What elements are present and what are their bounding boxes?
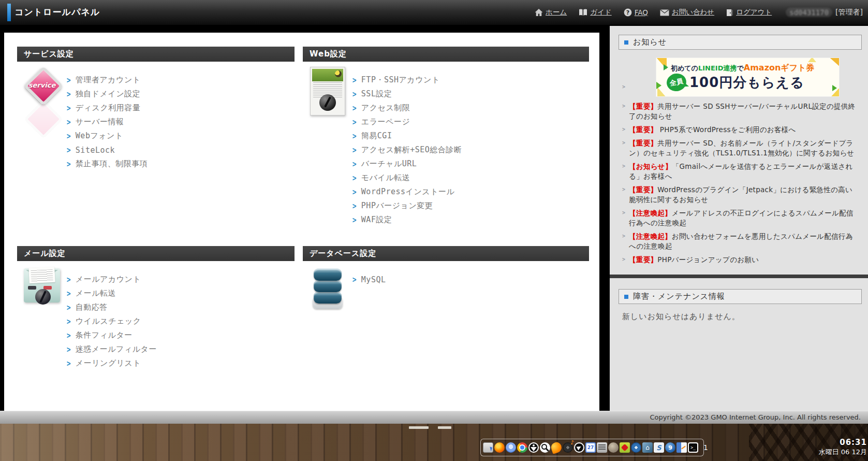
section-web-header: Web設定 bbox=[303, 47, 589, 62]
nav-home[interactable]: ホーム bbox=[535, 8, 567, 17]
username: sd0431170 bbox=[786, 8, 832, 17]
music-disc-icon[interactable] bbox=[563, 442, 573, 453]
news-item[interactable]: > 【注意喚起】メールアドレスの不正ログインによるスパムメール配信行為への注意喚… bbox=[622, 208, 856, 228]
link-mobile-forward[interactable]: >モバイル転送 bbox=[352, 171, 462, 185]
link-sitelock[interactable]: >SiteLock bbox=[67, 143, 148, 157]
nav-guide[interactable]: ガイド bbox=[579, 8, 611, 17]
mail-knob bbox=[35, 289, 51, 305]
news-item[interactable]: > 【重要】共用サーバー SD SSHサーバー/バーチャルURL設定の提供終了の… bbox=[622, 102, 856, 121]
link-virus-check[interactable]: >ウイルスチェック bbox=[67, 314, 157, 328]
notes-icon[interactable] bbox=[676, 442, 687, 453]
chevron-icon: > bbox=[352, 188, 357, 196]
clock-date: 水曜日 06 12月 bbox=[819, 448, 867, 457]
chevron-icon: > bbox=[67, 289, 71, 298]
chevron-icon: > bbox=[67, 331, 71, 340]
link-ssl[interactable]: >SSL設定 bbox=[352, 87, 462, 101]
chevron-bullet-icon: > bbox=[622, 163, 625, 181]
link-php-version[interactable]: >PHPバージョン変更 bbox=[352, 199, 462, 213]
chrome-icon[interactable] bbox=[517, 442, 527, 453]
link-web-font[interactable]: >Webフォント bbox=[67, 129, 148, 143]
news-item[interactable]: > 【お知らせ】「Gmailへメールを送信するとエラーメールが返送される」お客様… bbox=[622, 162, 856, 181]
mail-paper bbox=[28, 267, 55, 284]
link-disk-usage[interactable]: >ディスク利用容量 bbox=[67, 101, 148, 115]
main-panel: サービス設定 service >管理者アカウント >独自ドメイン設定 >ディスク… bbox=[4, 33, 599, 411]
top-bar: コントロールパネル ホーム ガイド ? FAQ お問い合わせ ログアウト sd0… bbox=[0, 0, 868, 25]
link-ftp-ssh[interactable]: >FTP・SSHアカウント bbox=[352, 73, 462, 87]
chevron-icon: > bbox=[352, 174, 357, 182]
webpage-icon bbox=[303, 65, 352, 227]
link-waf[interactable]: >WAF設定 bbox=[352, 213, 462, 227]
terminal-icon[interactable]: >_ bbox=[688, 442, 698, 453]
link-prohibited[interactable]: >禁止事項、制限事項 bbox=[67, 157, 148, 171]
link-mysql[interactable]: >MySQL bbox=[352, 272, 386, 286]
s-swirl-icon[interactable]: S bbox=[654, 442, 664, 453]
swirl-icon[interactable] bbox=[631, 442, 641, 453]
nav-contact[interactable]: お問い合わせ bbox=[660, 8, 714, 17]
logout-icon bbox=[726, 9, 733, 17]
link-virtual-url[interactable]: >バーチャルURL bbox=[352, 157, 462, 171]
top-nav: ホーム ガイド ? FAQ お問い合わせ ログアウト sd0431170 [管理… bbox=[535, 0, 865, 25]
link-own-domain[interactable]: >独自ドメイン設定 bbox=[67, 87, 148, 101]
link-access-limit[interactable]: >アクセス制限 bbox=[352, 101, 462, 115]
user-info: sd0431170 [管理者] bbox=[786, 8, 865, 17]
link-mail-forward[interactable]: >メール転送 bbox=[67, 286, 157, 300]
nav-logout[interactable]: ログアウト bbox=[726, 8, 772, 17]
news-item[interactable]: > 【重要】PHPバージョンアップのお願い bbox=[622, 255, 856, 265]
nav-faq-label: FAQ bbox=[635, 8, 648, 17]
chevron-icon: > bbox=[352, 275, 357, 284]
news-item[interactable]: > 【注意喚起】お問い合わせフォームを悪用したスパムメール配信行為への注意喚起 bbox=[622, 232, 856, 251]
accessibility-icon[interactable] bbox=[528, 442, 539, 453]
workspace-indicator[interactable]: 1 bbox=[703, 443, 708, 452]
line-amazon-banner[interactable]: 初めてのLINEID連携でAmazonギフト券 全員 100円分もらえる bbox=[656, 58, 839, 96]
link-mail-account[interactable]: >メールアカウント bbox=[67, 272, 157, 286]
sidebar-separator bbox=[610, 275, 868, 278]
confetti-triangle bbox=[808, 58, 816, 62]
magnifier-icon[interactable] bbox=[540, 442, 550, 453]
flame-icon[interactable] bbox=[550, 441, 563, 454]
maple-leaf-icon[interactable] bbox=[620, 442, 630, 453]
link-easy-cgi[interactable]: >簡易CGI bbox=[352, 129, 462, 143]
sphere-icon[interactable]: 9 bbox=[665, 442, 675, 453]
link-error-page[interactable]: >エラーページ bbox=[352, 115, 462, 129]
service-icon: service bbox=[17, 65, 67, 171]
chevron-icon: > bbox=[67, 90, 71, 98]
cube-home-icon[interactable]: ⌂ bbox=[642, 442, 653, 453]
chevron-bullet-icon: > bbox=[622, 256, 625, 265]
news-item[interactable]: > 【重要】WordPressのプラグイン「Jetpack」における緊急性の高い… bbox=[622, 185, 856, 205]
chevron-icon: > bbox=[67, 345, 71, 354]
link-server-info[interactable]: >サーバー情報 bbox=[67, 115, 148, 129]
robot-icon[interactable] bbox=[608, 442, 619, 453]
nav-guide-label: ガイド bbox=[590, 8, 611, 17]
section-mail-header: メール設定 bbox=[17, 246, 295, 261]
chevron-bullet-icon: > bbox=[622, 103, 625, 121]
link-wordpress-install[interactable]: >WordPressインストール bbox=[352, 185, 462, 199]
blue-square-bullet bbox=[624, 40, 628, 45]
chromium-icon[interactable] bbox=[506, 442, 516, 453]
link-mailing-list[interactable]: >メーリングリスト bbox=[67, 356, 157, 370]
chevron-icon: > bbox=[67, 104, 71, 112]
link-admin-account[interactable]: >管理者アカウント bbox=[67, 73, 148, 87]
service-icon-label: service bbox=[21, 81, 63, 89]
news-item[interactable]: > 【重要】 PHP5系でWordPressをご利用のお客様へ bbox=[622, 125, 856, 135]
user-role: [管理者] bbox=[835, 8, 863, 17]
panel-config-icon[interactable] bbox=[597, 442, 607, 453]
nav-faq[interactable]: ? FAQ bbox=[624, 8, 648, 17]
link-spam-filter[interactable]: >迷惑メールフィルター bbox=[67, 342, 157, 356]
link-access-analytics[interactable]: >アクセス解析+SEO総合診断 bbox=[352, 143, 462, 157]
service-diamond-reflection bbox=[24, 99, 63, 139]
pointer-icon[interactable] bbox=[574, 442, 584, 453]
banner-play-icon bbox=[664, 64, 668, 70]
news-item[interactable]: > 【重要】共用サーバー SD、お名前メール（ライト/スタンダードプラン）のセキ… bbox=[622, 138, 856, 158]
firefox-icon[interactable] bbox=[494, 442, 505, 453]
screenshot-tool-icon[interactable] bbox=[483, 442, 493, 453]
section-service-header: サービス設定 bbox=[17, 47, 295, 62]
desktop-clock: 06:31 水曜日 06 12月 bbox=[819, 438, 867, 457]
link-auto-reply[interactable]: >自動応答 bbox=[67, 300, 157, 314]
chevron-icon: > bbox=[352, 104, 357, 112]
link-condition-filter[interactable]: >条件フィルター bbox=[67, 328, 157, 342]
webpage-thumb-header bbox=[312, 69, 343, 81]
chevron-icon: > bbox=[67, 160, 71, 168]
calendar-icon[interactable]: 27 bbox=[585, 442, 596, 453]
confetti-triangle bbox=[827, 58, 839, 70]
key-knob bbox=[319, 94, 336, 111]
